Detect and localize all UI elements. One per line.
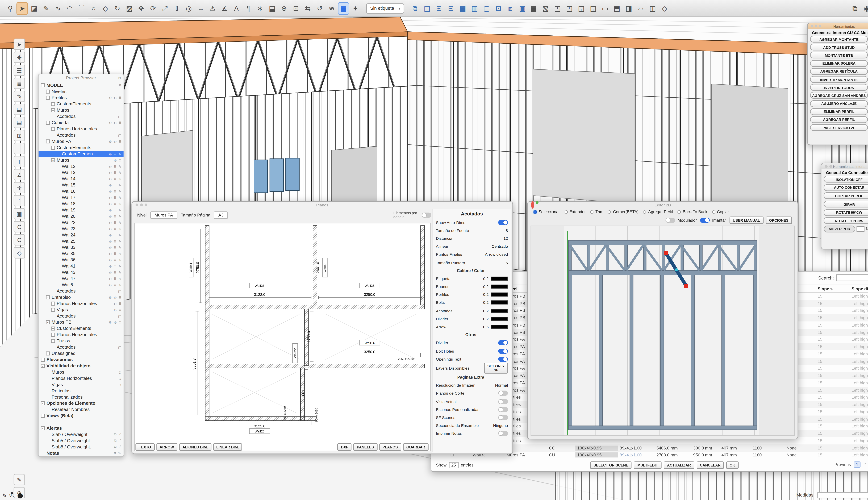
- add-icon[interactable]: ✛: [13, 182, 25, 193]
- toggle-switch[interactable]: [700, 217, 710, 223]
- grid-icon[interactable]: ▦: [528, 2, 539, 14]
- planos-titlebar[interactable]: Planos: [132, 202, 513, 208]
- expand-toggle[interactable]: [56, 227, 60, 231]
- tree-item[interactable]: - Cubierta ⚙ ⊙ ⠿: [38, 120, 124, 126]
- expand-toggle[interactable]: [56, 177, 60, 181]
- tool-button[interactable]: ADD TRUSS STUD: [810, 44, 868, 50]
- remove-pane-icon[interactable]: ⊟: [445, 2, 456, 14]
- copy-window-icon[interactable]: ⧉: [409, 2, 421, 14]
- color-swatch[interactable]: [491, 325, 508, 329]
- expand-toggle[interactable]: [46, 376, 50, 380]
- tree-item[interactable]: Wall20 ⊙ ⠿ ✎: [38, 213, 124, 219]
- tree-row-icons[interactable]: ▢: [118, 133, 122, 137]
- expand-toggle[interactable]: [56, 164, 60, 168]
- tree-item[interactable]: CustomElemen... ⊙ ⠿ ✎: [38, 151, 124, 157]
- layers-stack-icon[interactable]: ≣: [13, 78, 25, 89]
- editor2d-titlebar[interactable]: Editor 2D: [528, 202, 798, 208]
- expand-toggle[interactable]: [56, 271, 60, 274]
- expand-toggle[interactable]: [56, 202, 60, 206]
- setting-value[interactable]: 0.2: [483, 317, 489, 321]
- tree-item[interactable]: Notas ⧉ ✎: [38, 450, 124, 456]
- tree-row-icons[interactable]: ⚙ ⊙ ⠿: [109, 295, 122, 299]
- grid-pane-icon[interactable]: ▣: [517, 2, 528, 14]
- tree-item[interactable]: + Vigas ⊙ ⠿: [38, 307, 124, 313]
- half-top-icon[interactable]: ⬒: [611, 2, 623, 14]
- tree-row-icons[interactable]: ⊙ ⠿ ✎: [109, 276, 122, 281]
- expand-toggle[interactable]: [56, 264, 60, 268]
- setting-toggle[interactable]: [498, 220, 508, 225]
- tool-button[interactable]: AGREGAR CRUZ SAN ANDRÉS: [810, 92, 868, 99]
- rotate-tool-icon[interactable]: ⟳: [147, 2, 159, 14]
- plan-export-button[interactable]: DXF: [338, 443, 352, 451]
- grid-icon[interactable]: ⊞: [13, 130, 25, 141]
- table-action-button[interactable]: OK: [726, 462, 739, 469]
- connection-button[interactable]: ISOLATION OFF: [824, 176, 868, 183]
- setting-toggle[interactable]: [498, 407, 508, 412]
- tree-item[interactable]: - Niveles: [38, 88, 124, 95]
- plan-export-button[interactable]: PLANOS: [379, 443, 401, 451]
- dot-icon[interactable]: ⬤: [18, 492, 23, 498]
- expand-toggle[interactable]: [46, 439, 50, 443]
- expand-toggle[interactable]: -: [41, 364, 45, 368]
- push-pull-tool-icon[interactable]: ⇧: [171, 2, 182, 14]
- mode-radio-group[interactable]: Extender: [564, 209, 586, 214]
- tree-row-icons[interactable]: ⧉ ↗: [114, 445, 122, 449]
- expand-toggle[interactable]: -: [41, 401, 45, 405]
- points-icon[interactable]: ⁘: [13, 195, 25, 206]
- color-swatch[interactable]: [491, 317, 508, 321]
- tree-item[interactable]: Wall6 ⊙ ⠿ ✎: [38, 282, 124, 288]
- label-tool-icon[interactable]: ¶: [243, 2, 254, 14]
- tool-button[interactable]: INVERTIR MONTANTE: [810, 76, 868, 83]
- tree-item[interactable]: - Views (Beta): [38, 413, 124, 419]
- diamond-icon[interactable]: ◇: [13, 247, 25, 259]
- plan-canvas[interactable]: 3122.0 3250.0 2750.0 2661.0 3351.7 1739.…: [134, 223, 431, 451]
- setting-toggle[interactable]: [498, 356, 508, 362]
- setting-value[interactable]: Normal: [495, 383, 508, 387]
- tree-item[interactable]: Vigas ⊙: [38, 382, 124, 388]
- setting-toggle[interactable]: [498, 399, 508, 404]
- expand-toggle[interactable]: [46, 432, 50, 436]
- setting-value[interactable]: Ninguno: [493, 423, 508, 428]
- setting-value[interactable]: 0.2: [483, 293, 489, 297]
- expand-toggle[interactable]: [56, 276, 60, 281]
- tree-item[interactable]: Wall17 ⊙ ⠿ ✎: [38, 194, 124, 201]
- setting-toggle[interactable]: [498, 415, 508, 420]
- setting-value[interactable]: 0.5: [483, 325, 489, 329]
- radio-icon[interactable]: [590, 210, 594, 214]
- tree-item[interactable]: Wall47 ⊙ ⠿ ✎: [38, 275, 124, 282]
- tree-row-icons[interactable]: ⚙ ⊙ ⠿: [109, 96, 122, 100]
- table-action-button[interactable]: ACTUALIZAR: [664, 462, 694, 469]
- tree-row-icons[interactable]: ⊙ ⠿ ✎: [109, 239, 122, 243]
- tree-row-icons[interactable]: ⊙ ⠿ ✎: [109, 220, 122, 225]
- freehand-tool-icon[interactable]: ∿: [52, 2, 64, 14]
- window-dot[interactable]: [135, 204, 138, 206]
- tree-row-icons[interactable]: ⊙ ⠿ ✎: [109, 252, 122, 256]
- split-window-icon[interactable]: ◫: [421, 2, 433, 14]
- tree-item[interactable]: Wall41 ⊙ ⠿ ✎: [38, 263, 124, 269]
- expand-toggle[interactable]: +: [51, 127, 55, 131]
- tree-row-icons[interactable]: ⊙ ⠿ ✎: [109, 177, 122, 181]
- frame-elevation-drawing[interactable]: [531, 226, 795, 436]
- expand-toggle[interactable]: [56, 190, 60, 193]
- tree-item[interactable]: Slab8 / Overweight. ⧉ ↗: [38, 444, 124, 450]
- nivel-select[interactable]: Muros PA: [150, 212, 178, 219]
- expand-toggle[interactable]: +: [51, 333, 55, 337]
- plan-export-button[interactable]: GUARDAR: [403, 443, 429, 451]
- plan-annotation-button[interactable]: ALIGNED DIM.: [179, 443, 211, 451]
- tree-item[interactable]: - Unassigned: [38, 350, 124, 356]
- tree-item[interactable]: + CustomElements: [38, 101, 124, 107]
- pencil-tool-icon[interactable]: ✎: [40, 2, 52, 14]
- tree-row-icons[interactable]: ⊙ ⠿ ✎: [109, 152, 122, 156]
- corner-br-icon[interactable]: ◲: [587, 2, 599, 14]
- tree-item[interactable]: Resetear Nombres: [38, 407, 124, 413]
- tree-row-icons[interactable]: ⧉ ↗: [114, 432, 122, 436]
- panel-icon[interactable]: ▭: [599, 2, 610, 14]
- plan-annotation-button[interactable]: TEXTO: [135, 443, 155, 451]
- tree-row-icons[interactable]: ⊙: [118, 376, 122, 380]
- tree-row-icons[interactable]: ⚙ ⊙ ⠿: [109, 320, 122, 324]
- expand-toggle[interactable]: [56, 239, 60, 243]
- tool-button[interactable]: INVERTIR TODOS: [810, 84, 868, 91]
- center-pane-icon[interactable]: ⊡: [493, 2, 504, 14]
- expand-toggle[interactable]: +: [51, 327, 55, 331]
- eraser-tool-icon[interactable]: ◪: [28, 2, 39, 14]
